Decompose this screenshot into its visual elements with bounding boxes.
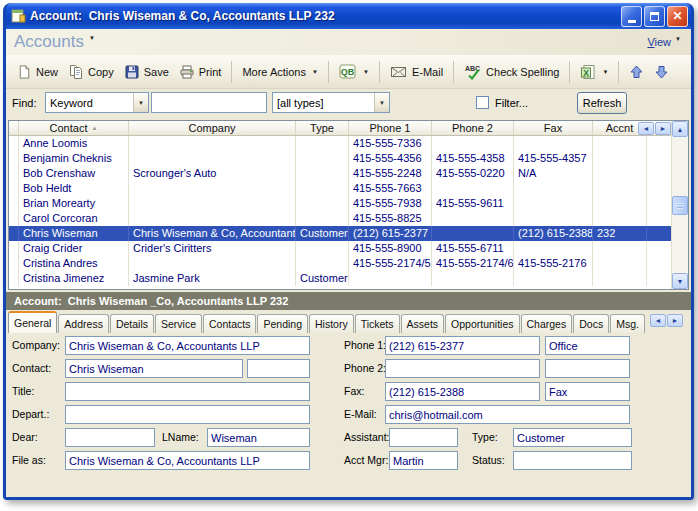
tab-pending[interactable]: Pending	[257, 314, 308, 333]
previous-record-button[interactable]	[624, 61, 649, 83]
column-header-phone-1[interactable]: Phone 1	[349, 121, 432, 135]
copy-button[interactable]: Copy	[63, 61, 119, 83]
email-input[interactable]	[385, 405, 630, 424]
print-button[interactable]: Print	[174, 61, 227, 83]
scroll-columns-left-button[interactable]: ◄	[638, 122, 654, 135]
tab-general[interactable]: General	[8, 311, 57, 333]
more-actions-button[interactable]: More Actions ▼	[237, 63, 323, 81]
table-row[interactable]: Benjamin Cheknis415-555-4356415-555-4358…	[9, 151, 671, 166]
column-header-contact[interactable]: Contact▲	[19, 121, 129, 135]
table-cell	[296, 256, 349, 271]
contact-input[interactable]	[65, 359, 243, 378]
table-row[interactable]: Bob Heldt415-555-7663	[9, 181, 671, 196]
table-cell: Craig Crider	[19, 241, 129, 256]
find-label: Find:	[12, 97, 36, 109]
table-cell: 415-555-2174/5	[349, 256, 432, 271]
type-input[interactable]	[513, 428, 632, 447]
maximize-button[interactable]	[644, 6, 665, 27]
tab-msg[interactable]: Msg.	[610, 314, 645, 333]
vertical-scrollbar[interactable]: ▲ ▼	[671, 121, 688, 289]
phone1-type-input[interactable]	[545, 336, 630, 355]
down-arrow-icon: ▼	[677, 278, 684, 285]
next-record-button[interactable]	[649, 61, 674, 83]
left-arrow-icon: ◄	[655, 317, 662, 324]
tab-details[interactable]: Details	[110, 314, 154, 333]
search-input[interactable]	[151, 92, 267, 113]
fax-input[interactable]	[385, 382, 540, 401]
tab-address[interactable]: Address	[58, 314, 109, 333]
assistant-input[interactable]	[389, 428, 458, 447]
new-button[interactable]: New	[12, 61, 63, 83]
dear-input[interactable]	[65, 428, 155, 447]
lname-input[interactable]	[207, 428, 310, 447]
tab-history[interactable]: History	[309, 314, 354, 333]
table-row[interactable]: Bob CrenshawScrounger's Auto415-555-2248…	[9, 166, 671, 181]
chevron-down-icon[interactable]: ▼	[89, 35, 95, 41]
scroll-down-button[interactable]: ▼	[672, 273, 688, 289]
column-header-fax[interactable]: Fax	[514, 121, 593, 135]
filter-checkbox[interactable]	[476, 96, 489, 109]
tab-opportunities[interactable]: Opportunities	[445, 314, 519, 333]
table-row[interactable]: Cristina JimenezJasmine ParkCustomer	[9, 271, 671, 286]
table-cell	[9, 181, 19, 196]
table-cell: Brian Morearty	[19, 196, 129, 211]
scroll-thumb[interactable]	[672, 196, 688, 215]
column-header-selector[interactable]	[9, 121, 19, 135]
refresh-button[interactable]: Refresh	[577, 92, 627, 114]
tab-docs[interactable]: Docs	[573, 314, 609, 333]
title-input[interactable]	[65, 382, 310, 401]
company-input[interactable]	[65, 336, 310, 355]
table-row[interactable]: Craig CriderCrider's Ciritters415-555-89…	[9, 241, 671, 256]
table-cell	[647, 241, 671, 256]
tab-service[interactable]: Service	[155, 314, 202, 333]
column-header-company[interactable]: Company	[129, 121, 296, 135]
scroll-up-button[interactable]: ▲	[672, 121, 688, 137]
phone2-type-input[interactable]	[545, 359, 630, 378]
tab-scroll-right-button[interactable]: ►	[667, 314, 683, 327]
close-button[interactable]: ✕	[667, 6, 688, 27]
type-filter-combo[interactable]: [all types] ▼	[272, 92, 390, 113]
table-cell	[9, 151, 19, 166]
check-spelling-button[interactable]: ABC Check Spelling	[459, 61, 564, 83]
phone1-input[interactable]	[385, 336, 540, 355]
table-cell: 415-555-8900	[349, 241, 432, 256]
contact-extra-input[interactable]	[247, 359, 310, 378]
tab-assets[interactable]: Assets	[401, 314, 445, 333]
accounts-menu[interactable]: Accounts	[14, 32, 84, 52]
quickbooks-button[interactable]: QB ▼	[334, 61, 374, 83]
table-cell	[647, 271, 671, 286]
minimize-button[interactable]	[621, 6, 642, 27]
table-row[interactable]: Anne Loomis415-555-7336	[9, 136, 671, 151]
file-as-input[interactable]	[65, 451, 310, 470]
column-header-phone-2[interactable]: Phone 2	[432, 121, 514, 135]
save-button[interactable]: Save	[119, 61, 174, 83]
email-button[interactable]: E-Mail	[385, 62, 448, 82]
department-input[interactable]	[65, 405, 310, 424]
table-row[interactable]: Chris WisemanChris Wiseman & Co, Account…	[9, 226, 671, 241]
table-row[interactable]: Cristina Andres415-555-2174/5415-555-217…	[9, 256, 671, 271]
table-cell: 415-555-0220	[432, 166, 514, 181]
find-field-combo[interactable]: Keyword ▼	[45, 92, 149, 113]
tab-contacts[interactable]: Contacts	[203, 314, 256, 333]
table-cell: Cristina Andres	[19, 256, 129, 271]
view-menu[interactable]: View ▼	[647, 36, 681, 48]
acct-mgr-input[interactable]	[389, 451, 458, 470]
export-excel-button[interactable]: X ▼	[575, 61, 613, 83]
scroll-columns-right-button[interactable]: ►	[655, 122, 671, 135]
fax-type-input[interactable]	[545, 382, 630, 401]
tab-tickets[interactable]: Tickets	[355, 314, 400, 333]
phone2-input[interactable]	[385, 359, 540, 378]
table-row[interactable]: Carol Corcoran415-555-8825	[9, 211, 671, 226]
column-header-type[interactable]: Type	[296, 121, 349, 135]
company-label: Company:	[12, 339, 60, 351]
table-cell	[514, 196, 593, 211]
status-input[interactable]	[513, 451, 632, 470]
chevron-down-icon[interactable]: ▼	[133, 93, 148, 112]
find-field-value: Keyword	[46, 97, 133, 109]
tab-charges[interactable]: Charges	[521, 314, 573, 333]
tab-scroll-left-button[interactable]: ◄	[650, 314, 666, 327]
table-row[interactable]: Brian Morearty415-555-7938415-555-9611	[9, 196, 671, 211]
title-bar[interactable]: Account: Chris Wiseman & Co, Accountants…	[6, 3, 691, 29]
chevron-down-icon[interactable]: ▼	[374, 93, 389, 112]
table-cell	[9, 271, 19, 286]
